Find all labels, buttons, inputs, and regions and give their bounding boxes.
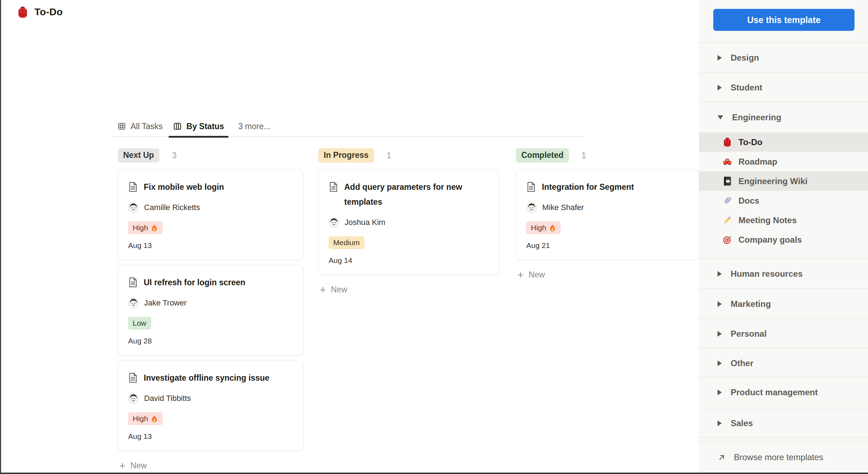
document-icon bbox=[128, 182, 138, 192]
column-status-badge: Next Up bbox=[118, 148, 159, 162]
sidebar-item-docs[interactable]: Docs bbox=[699, 191, 868, 210]
sidebar-item-meeting-notes[interactable]: Meeting Notes bbox=[699, 210, 868, 230]
priority-badge: High bbox=[128, 221, 163, 234]
task-title: Fix mobile web login bbox=[144, 180, 224, 194]
table-icon bbox=[117, 122, 126, 131]
due-date: Aug 13 bbox=[128, 241, 293, 250]
sidebar-item-to-do[interactable]: To-Do bbox=[699, 132, 868, 152]
view-tabs: All Tasks By Status 3 more... bbox=[112, 116, 586, 137]
target-icon bbox=[723, 235, 732, 245]
task-title: Investigate offline syncing issue bbox=[144, 370, 269, 385]
task-card[interactable]: Investigate offline syncing issue David … bbox=[118, 360, 303, 451]
priority-badge: Low bbox=[128, 317, 151, 330]
fire-icon bbox=[151, 415, 158, 423]
column-count: 1 bbox=[582, 151, 586, 160]
plus-icon: + bbox=[517, 270, 524, 280]
priority-badge: Medium bbox=[329, 236, 364, 249]
tab-more-views[interactable]: 3 more... bbox=[233, 116, 276, 137]
chevron-right-icon bbox=[718, 420, 722, 426]
arrow-up-right-icon bbox=[718, 453, 726, 462]
new-task-button[interactable]: + New bbox=[516, 270, 699, 280]
avatar bbox=[526, 202, 537, 213]
fire-icon bbox=[549, 224, 556, 232]
divider bbox=[699, 437, 868, 438]
due-date: Aug 21 bbox=[526, 241, 689, 250]
avatar bbox=[128, 393, 139, 404]
car-icon bbox=[723, 156, 732, 167]
due-date: Aug 28 bbox=[128, 337, 293, 345]
avatar bbox=[329, 217, 339, 228]
sidebar-category-sales[interactable]: Sales bbox=[699, 408, 868, 438]
backpack-icon bbox=[723, 137, 732, 147]
sidebar-category-student[interactable]: Student bbox=[699, 73, 868, 102]
assignee-name: Joshua Kim bbox=[345, 218, 385, 227]
document-icon bbox=[128, 373, 138, 383]
chevron-right-icon bbox=[718, 360, 722, 366]
template-sidebar: Use this template Design Student Enginee… bbox=[699, 0, 868, 474]
task-title: Integration for Segment bbox=[542, 180, 634, 194]
sidebar-category-design[interactable]: Design bbox=[699, 43, 868, 72]
sidebar-item-roadmap[interactable]: Roadmap bbox=[699, 152, 868, 171]
chevron-right-icon bbox=[718, 301, 722, 307]
page-title: To-Do bbox=[34, 6, 63, 18]
tab-by-status[interactable]: By Status bbox=[168, 116, 229, 137]
use-template-button[interactable]: Use this template bbox=[713, 9, 855, 31]
board-icon bbox=[173, 122, 182, 131]
sidebar-category-engineering[interactable]: Engineering bbox=[699, 103, 868, 132]
task-card[interactable]: Fix mobile web login Camille Ricketts Hi… bbox=[118, 169, 303, 260]
sidebar-item-engineering-wiki[interactable]: Engineering Wiki bbox=[699, 171, 868, 191]
sidebar-category-other[interactable]: Other bbox=[699, 348, 868, 378]
avatar bbox=[128, 298, 139, 308]
pencil-icon bbox=[723, 215, 732, 225]
page-header: To-Do bbox=[17, 6, 63, 18]
sidebar-category-marketing[interactable]: Marketing bbox=[699, 289, 868, 319]
paperclip-icon bbox=[723, 195, 732, 206]
column-header: In Progress 1 bbox=[318, 148, 499, 162]
kanban-board: Next Up 3 Fix mobile web login Camille R… bbox=[118, 148, 699, 470]
column-header: Next Up 3 bbox=[118, 148, 303, 162]
column-in-progress: In Progress 1 Add query parameters for n… bbox=[318, 148, 499, 470]
column-status-badge: In Progress bbox=[318, 148, 374, 162]
assignee-name: Jake Trower bbox=[144, 298, 187, 308]
column-completed: Completed 1 Integration for Segment Mike… bbox=[516, 148, 699, 470]
sidebar-category-personal[interactable]: Personal bbox=[699, 319, 868, 348]
document-icon bbox=[526, 182, 536, 192]
backpack-icon bbox=[17, 6, 29, 18]
column-next-up: Next Up 3 Fix mobile web login Camille R… bbox=[118, 148, 303, 470]
due-date: Aug 13 bbox=[128, 432, 293, 441]
avatar bbox=[128, 202, 139, 213]
column-status-badge: Completed bbox=[516, 148, 569, 162]
chevron-right-icon bbox=[718, 331, 722, 337]
document-icon bbox=[128, 277, 138, 288]
priority-badge: High bbox=[526, 221, 561, 234]
priority-badge: High bbox=[128, 412, 163, 425]
chevron-right-icon bbox=[718, 271, 722, 277]
task-card[interactable]: UI refresh for login screen Jake Trower … bbox=[118, 265, 303, 356]
assignee-name: David Tibbitts bbox=[144, 394, 191, 403]
task-card[interactable]: Integration for Segment Mike Shafer High… bbox=[516, 169, 699, 260]
template-preview-app: To-Do All Tasks By Status 3 more... bbox=[0, 0, 868, 474]
plus-icon: + bbox=[119, 461, 126, 470]
new-task-button[interactable]: + New bbox=[118, 461, 303, 470]
window-left-edge bbox=[0, 0, 1, 474]
sidebar-category-human-resources[interactable]: Human resources bbox=[699, 259, 868, 288]
task-card[interactable]: Add query parameters for new templates J… bbox=[318, 169, 499, 275]
chevron-right-icon bbox=[718, 55, 722, 61]
column-header: Completed 1 bbox=[516, 148, 699, 162]
chevron-right-icon bbox=[718, 85, 722, 90]
window-bottom-edge bbox=[0, 473, 868, 474]
new-task-button[interactable]: + New bbox=[318, 285, 499, 294]
plus-icon: + bbox=[320, 285, 326, 294]
assignee-name: Camille Ricketts bbox=[144, 203, 200, 212]
tab-label: All Tasks bbox=[131, 122, 163, 131]
tab-label: By Status bbox=[186, 122, 224, 131]
column-count: 1 bbox=[387, 151, 391, 160]
sidebar-item-company-goals[interactable]: Company goals bbox=[699, 230, 868, 249]
sidebar-category-product-management[interactable]: Product management bbox=[699, 377, 868, 407]
tab-all-tasks[interactable]: All Tasks bbox=[112, 116, 168, 137]
chevron-down-icon bbox=[718, 115, 723, 120]
browse-more-templates-link[interactable]: Browse more templates bbox=[699, 442, 868, 473]
task-title: UI refresh for login screen bbox=[144, 275, 245, 290]
fire-icon bbox=[151, 224, 158, 232]
document-icon bbox=[329, 182, 338, 192]
